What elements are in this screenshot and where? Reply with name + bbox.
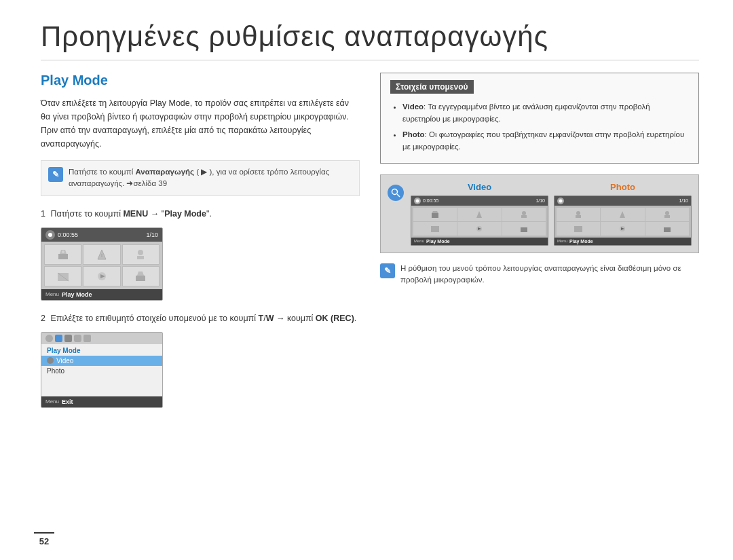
submenu-item-video: Video: Τα εγγεγραμμένα βίντεο με ανάλυση… <box>402 100 689 126</box>
mini-thumb-v1 <box>413 208 457 221</box>
svg-rect-12 <box>136 276 145 281</box>
note-icon-2: ✎ <box>380 263 395 278</box>
menu-icon-5 <box>83 335 91 342</box>
svg-rect-35 <box>664 227 671 232</box>
cam-thumb-grid <box>41 242 162 289</box>
mini-thumb-v5 <box>457 222 501 236</box>
mini-thumb-p4 <box>557 222 600 236</box>
cam-menu-top <box>41 333 162 344</box>
mini-thumb-p3 <box>645 208 689 221</box>
submenu-list: Video: Τα εγγεγραμμένα βίντεο με ανάλυση… <box>390 100 689 153</box>
thumb-1 <box>44 244 81 265</box>
note-text-1: Πατήστε το κουμπί Αναπαραγωγής ( ▶ ), γι… <box>69 166 352 190</box>
menu-icon-2 <box>55 335 62 342</box>
submenu-item-photo: Photo: Οι φωτογραφίες που τραβήχτηκαν εμ… <box>402 128 689 153</box>
mini-thumb-v6 <box>502 222 546 236</box>
cam-menu-footer-prefix: Menu <box>45 398 59 405</box>
video-item-icon <box>47 357 54 364</box>
menu-icon-1 <box>45 335 53 342</box>
cam-menu-title: Play Mode <box>41 344 162 356</box>
svg-rect-1 <box>58 254 68 259</box>
svg-rect-25 <box>521 227 527 232</box>
preview-mini-footer-video: Menu Play Mode <box>411 238 548 245</box>
thumb-3 <box>122 244 159 265</box>
note-box-2: ✎ Η ρύθμιση του μενού τρόπου λειτουργίας… <box>380 263 699 286</box>
svg-rect-28 <box>576 215 581 218</box>
note2-text: Η ρύθμιση του μενού τρόπου λειτουργίας α… <box>400 263 699 286</box>
preview-video-col: Video 0:00:55 1/10 <box>411 182 548 246</box>
svg-marker-18 <box>432 211 438 213</box>
mini-thumb-p5 <box>601 222 644 236</box>
thumb-2 <box>83 244 120 265</box>
cam-top-bar: 0:00:55 1/10 <box>41 228 162 242</box>
menu-icon-3 <box>64 335 72 342</box>
svg-rect-31 <box>664 215 670 218</box>
camera-screen-1: 0:00:55 1/10 <box>41 227 163 301</box>
preview-mini-grid-video <box>411 206 548 238</box>
svg-line-15 <box>397 194 400 197</box>
thumb-4 <box>44 266 81 286</box>
svg-rect-7 <box>137 256 144 259</box>
mini-time: 0:00:55 <box>423 198 438 203</box>
cam-footer-1: Menu Play Mode <box>41 289 162 300</box>
cam-count: 1/10 <box>146 231 158 238</box>
svg-point-3 <box>62 250 64 253</box>
cam-menu-footer: Menu Exit <box>41 396 162 407</box>
thumb-6 <box>122 266 159 286</box>
note-icon-1: ✎ <box>48 167 63 182</box>
submenu-info-box: Στοιχεία υπομενού Video: Τα εγγεγραμμένα… <box>380 73 699 164</box>
cam-record-icon <box>45 230 55 240</box>
svg-point-0 <box>48 233 52 237</box>
svg-rect-22 <box>431 226 439 232</box>
preview-video-screen: 0:00:55 1/10 <box>411 195 548 246</box>
mini-footer-prefix-p: Menu <box>557 239 567 243</box>
intro-text: Όταν επιλέξετε τη λειτουργία Play Mode, … <box>41 96 360 151</box>
svg-rect-32 <box>574 226 582 232</box>
preview-photo-col: Photo 1/10 <box>554 182 692 246</box>
svg-point-16 <box>416 199 419 202</box>
mini-thumb-p2 <box>601 208 644 221</box>
svg-rect-21 <box>521 215 527 218</box>
cam-menu-footer-label: Exit <box>62 398 73 405</box>
svg-rect-17 <box>432 213 438 218</box>
mini-count: 1/10 <box>535 198 545 203</box>
cam-footer-prefix: Menu <box>45 291 59 297</box>
cam-menu-photo[interactable]: Photo <box>41 366 162 376</box>
preview-mini-grid-photo <box>555 206 691 238</box>
note-box-1: ✎ Πατήστε το κουμπί Αναπαραγωγής ( ▶ ), … <box>41 160 360 196</box>
page-number: 52 <box>34 532 54 546</box>
camera-menu-screen: Play Mode Video Photo Menu Exit <box>41 332 163 408</box>
mini-footer-label-v: Play Mode <box>426 239 450 244</box>
svg-marker-19 <box>476 211 482 218</box>
preview-video-title: Video <box>411 182 548 192</box>
cam-menu-video[interactable]: Video <box>41 356 162 366</box>
svg-point-20 <box>522 211 526 215</box>
svg-marker-29 <box>620 211 625 218</box>
svg-point-26 <box>559 199 563 202</box>
svg-point-30 <box>665 211 669 215</box>
preview-photo-title: Photo <box>554 182 692 192</box>
mini-cam-icon <box>414 198 421 204</box>
svg-point-6 <box>138 250 143 255</box>
svg-point-27 <box>576 211 580 215</box>
preview-search-icon <box>388 185 404 201</box>
mini-thumb-p6 <box>645 222 689 236</box>
section-title: Play Mode <box>41 73 360 88</box>
preview-photo-screen: 1/10 <box>554 195 692 246</box>
menu-icon-4 <box>74 335 81 342</box>
cam-menu-body: Play Mode Video Photo <box>41 344 162 396</box>
mini-count-p: 1/10 <box>679 198 688 203</box>
preview-mini-footer-photo: Menu Play Mode <box>555 238 691 245</box>
step2-text: 2 Επιλέξτε το επιθυμητό στοιχείο υπομενο… <box>41 312 360 325</box>
step1-text: 1 Πατήστε το κουμπί MENU → "Play Mode". <box>41 207 360 221</box>
svg-marker-13 <box>137 272 144 276</box>
cam-time: 0:00:55 <box>58 231 78 238</box>
svg-point-14 <box>392 189 398 194</box>
mini-cam-photo-icon <box>557 198 564 204</box>
preview-area: Video 0:00:55 1/10 <box>380 174 699 253</box>
thumb-5 <box>83 266 120 286</box>
mini-thumb-p1 <box>557 208 600 221</box>
preview-columns: Video 0:00:55 1/10 <box>411 182 692 246</box>
cam-footer-label: Play Mode <box>62 291 92 298</box>
mini-footer-prefix-v: Menu <box>414 239 424 243</box>
